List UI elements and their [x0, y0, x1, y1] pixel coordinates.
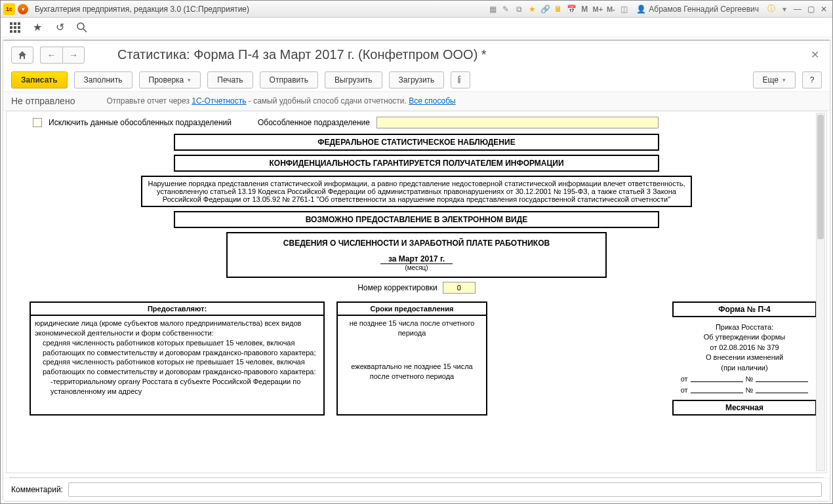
tool-icon-1[interactable]: ▦ [487, 3, 498, 15]
col1-p3: средняя численность работников которых н… [35, 357, 319, 377]
no-label-1: № [746, 374, 754, 384]
ot-row-2: от № [672, 385, 817, 395]
date-field-2[interactable] [691, 385, 743, 393]
app-window: 1c ▾ Бухгалтерия предприятия, редакция 3… [0, 0, 833, 504]
form-table: ФЕДЕРАЛЬНОЕ СТАТИСТИЧЕСКОЕ НАБЛЮДЕНИЕ КО… [108, 134, 725, 416]
document-area: Исключить данные обособленных подразделе… [6, 111, 827, 473]
upload-button[interactable]: Выгрузить [325, 71, 382, 88]
star-icon[interactable]: ★ [526, 3, 538, 15]
col2-p1: не позднее 15 числа после отчетного пери… [342, 319, 482, 338]
title-bar: 1c ▾ Бухгалтерия предприятия, редакция 3… [1, 1, 832, 18]
svg-rect-8 [18, 30, 20, 33]
apps-icon[interactable] [9, 21, 22, 34]
comment-input[interactable] [68, 482, 822, 497]
order-line1: Приказ Росстата: [672, 322, 817, 332]
calc-icon[interactable]: 🖩 [552, 3, 564, 15]
svg-rect-0 [10, 22, 12, 25]
exclude-label: Исключить данные обособленных подразделе… [49, 118, 232, 127]
comment-row: Комментарий: [3, 478, 830, 501]
favorite-icon[interactable]: ★ [31, 21, 44, 34]
home-button[interactable] [11, 47, 33, 64]
num-field-2[interactable] [756, 385, 808, 393]
nav-group: ← → [40, 47, 85, 64]
header-row: ← → Статистика: Форма П-4 за Март 2017 г… [3, 41, 830, 69]
tool-icon-3[interactable]: ⧉ [513, 3, 525, 15]
logo-icon: 1c [3, 3, 15, 15]
order-line5: (при наличии) [672, 363, 817, 373]
window-minimize[interactable]: — [792, 3, 803, 15]
fill-button[interactable]: Заполнить [74, 71, 132, 88]
title-right: ▦ ✎ ⧉ ★ 🔗 🖩 📅 M M+ M- ◫ 👤 Абрамов Геннад… [487, 3, 830, 15]
no-label-2: № [746, 385, 754, 395]
svg-rect-1 [14, 22, 16, 25]
correction-input[interactable]: 0 [443, 282, 476, 294]
col2-body: не позднее 15 числа после отчетного пери… [338, 316, 486, 383]
info-grid: Предоставляют: юридические лица (кроме с… [30, 301, 817, 416]
col1-body: юридические лица (кроме субъектов малого… [31, 316, 323, 399]
box-title: СВЕДЕНИЯ О ЧИСЛЕННОСТИ И ЗАРАБОТНОЙ ПЛАТ… [226, 232, 607, 278]
nav-forward[interactable]: → [62, 47, 85, 64]
nav-back[interactable]: ← [40, 47, 62, 64]
more-button[interactable]: Еще [753, 71, 796, 88]
history-icon[interactable]: ↺ [53, 21, 66, 34]
order-line3: от 02.08.2016 № 379 [672, 343, 817, 353]
box-confidential: КОНФИДЕНЦИАЛЬНОСТЬ ГАРАНТИРУЕТСЯ ПОЛУЧАТ… [174, 155, 659, 172]
ot-label-1: от [681, 374, 688, 384]
subdiv-input[interactable] [376, 117, 659, 128]
link-1c-report[interactable]: 1С-Отчетность [192, 96, 246, 106]
download-button[interactable]: Загрузить [389, 71, 445, 88]
box-liability: Нарушение порядка представления статисти… [141, 176, 692, 207]
drop-icon[interactable]: ▾ [779, 3, 790, 15]
scrollbar[interactable] [816, 113, 825, 471]
close-tab[interactable]: ✕ [808, 46, 822, 64]
panel-icon[interactable]: ◫ [618, 3, 630, 15]
info-icon[interactable]: ⓘ [765, 3, 777, 15]
num-field-1[interactable] [756, 374, 808, 382]
form-period: за Март 2017 г. [380, 254, 453, 264]
col-provides: Предоставляют: юридические лица (кроме с… [30, 301, 325, 416]
check-button[interactable]: Проверка [139, 71, 201, 88]
exclude-checkbox[interactable] [33, 118, 42, 127]
correction-label: Номер корректировки [357, 283, 437, 292]
toolbar: Записать Заполнить Проверка Печать Отпра… [3, 69, 830, 91]
attach-button[interactable] [451, 71, 470, 88]
col1-p1: юридические лица (кроме субъектов малого… [35, 319, 319, 338]
mem-m-minus[interactable]: M- [605, 5, 617, 13]
window-close[interactable]: ✕ [818, 3, 830, 15]
write-button[interactable]: Записать [11, 71, 68, 88]
svg-rect-2 [18, 22, 20, 25]
hint-mid: - самый удобный способ сдачи отчетности. [247, 96, 409, 106]
app-title: Бухгалтерия предприятия, редакция 3.0 (1… [35, 5, 249, 14]
link-icon[interactable]: 🔗 [539, 3, 551, 15]
date-field-1[interactable] [691, 374, 743, 382]
mem-m[interactable]: M [579, 5, 590, 14]
page-title: Статистика: Форма П-4 за Март 2017 г. (К… [117, 47, 487, 62]
quick-bar: ★ ↺ [1, 18, 832, 37]
svg-line-10 [83, 29, 87, 32]
status-row: Не отправлено Отправьте отчет через 1С-О… [3, 91, 830, 111]
svg-rect-3 [10, 26, 12, 29]
send-button[interactable]: Отправить [260, 71, 319, 88]
help-button[interactable]: ? [802, 71, 822, 88]
print-button[interactable]: Печать [207, 71, 253, 88]
calendar-icon[interactable]: 📅 [565, 3, 577, 15]
window-maximize[interactable]: ▢ [805, 3, 817, 15]
col-deadlines: Сроки предоставления не позднее 15 числа… [336, 301, 487, 416]
menu-drop-icon[interactable]: ▾ [18, 4, 28, 14]
month-label: (месяц) [241, 264, 592, 271]
svg-point-9 [77, 23, 84, 29]
document-inner: Исключить данные обособленных подразделе… [7, 111, 826, 429]
scroll-thumb[interactable] [817, 115, 824, 239]
form-number: Форма № П-4 [672, 301, 817, 317]
search-icon[interactable] [75, 21, 89, 34]
user-name: Абрамов Геннадий Сергеевич [649, 5, 759, 14]
col2-header: Сроки предоставления [338, 303, 486, 316]
tool-icon-2[interactable]: ✎ [500, 3, 512, 15]
subdiv-label: Обособленное подразделение [258, 118, 370, 127]
user-block[interactable]: 👤 Абрамов Геннадий Сергеевич [636, 5, 759, 14]
mem-m-plus[interactable]: M+ [592, 5, 603, 13]
order-line4: О внесении изменений [672, 353, 817, 362]
title-left: 1c ▾ Бухгалтерия предприятия, редакция 3… [3, 3, 249, 15]
send-status: Не отправлено [11, 96, 75, 106]
link-all-ways[interactable]: Все способы [409, 96, 456, 106]
